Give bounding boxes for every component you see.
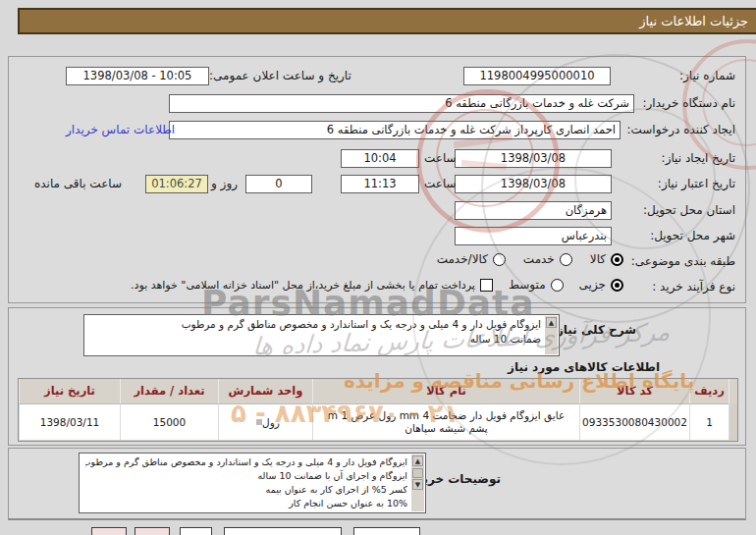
notes-scrollbar[interactable]: ▲ ▼ xyxy=(411,455,424,511)
category-radio-kala-khedmat[interactable] xyxy=(493,253,506,266)
remaining-days-field[interactable]: 0 xyxy=(245,175,312,193)
action-button-1[interactable] xyxy=(91,527,127,535)
need-info-panel: شماره نیاز: 1198004995000010 تاریخ و ساع… xyxy=(8,56,746,303)
remaining-time-field: 01:06:27 xyxy=(145,175,208,193)
cell-need-date: 1398/03/11 xyxy=(19,403,120,440)
category-option-kala[interactable]: کالا xyxy=(590,252,623,266)
city-label: شهر محل تحویل: xyxy=(650,229,735,242)
expire-date-field[interactable]: 1398/03/08 xyxy=(455,175,612,193)
buyer-contact-link[interactable]: اطلاعات تماس خریدار xyxy=(66,123,175,136)
page-title: جزئیات اطلاعات نیاز xyxy=(18,8,756,34)
table-scroll-track[interactable] xyxy=(729,379,737,403)
header-quantity: تعداد / مقدار xyxy=(120,379,218,403)
action-button-4[interactable] xyxy=(224,527,342,535)
province-label: استان محل تحویل: xyxy=(643,203,735,217)
buyer-notes-textarea[interactable]: ایزوگام فویل دار و 4 میلی و درجه یک و اس… xyxy=(79,453,426,513)
table-row: 1 0933530080430002 عایق ایزوگام فویل دار… xyxy=(19,403,737,440)
summary-textarea[interactable]: ایزوگام فویل دار و 4 میلی و درجه یک و اس… xyxy=(83,314,560,356)
category-option-kala-label: کالا xyxy=(590,252,606,266)
category-option-khedmat-label: خدمت xyxy=(523,252,555,266)
process-option-motevasset-label: متوسط xyxy=(509,278,546,292)
announce-label: تاریخ و ساعت اعلان عمومی: xyxy=(209,69,351,82)
expire-date-label: تاریخ اعتبار نیاز: xyxy=(658,177,735,190)
summary-line: ایزوگام فویل دار و 4 میلی و درجه یک و اس… xyxy=(90,317,541,332)
process-radio-jozii[interactable] xyxy=(611,279,623,292)
cell-row-no: 1 xyxy=(689,403,729,440)
category-options: کالا خدمت کالا/خدمت xyxy=(437,252,623,266)
expire-time-field[interactable]: 11:13 xyxy=(341,175,419,193)
treasury-option[interactable]: پرداخت تمام یا بخشی از مبلغ خرید،از محل … xyxy=(131,279,493,292)
cell-item-name: عایق ایزوگام فویل دار ضخامت 4 mm رول عرض… xyxy=(312,403,579,440)
buyer-note-line: ایزوگام و اجرای آن با ضمانت 10 ساله xyxy=(85,469,407,483)
items-panel: شرح کلی نیاز: ایزوگام فویل دار و 4 میلی … xyxy=(8,307,746,446)
buyer-org-field[interactable]: شرکت غله و خدمات بازرگانی منطقه 6 xyxy=(169,94,634,113)
need-details-page: { "header": { "title": "جزئیات اطلاعات ن… xyxy=(0,0,756,535)
process-options: جزیی متوسط پرداخت تمام یا بخشی از مبلغ خ… xyxy=(131,278,623,292)
header-item-name: نام کالا xyxy=(312,379,579,403)
buyer-org-label: نام دستگاه خریدار: xyxy=(643,96,736,110)
treasury-checkbox[interactable] xyxy=(480,279,493,292)
announce-field[interactable]: 1398/03/08 - 10:05 xyxy=(66,67,209,85)
category-radio-kala[interactable] xyxy=(611,253,623,266)
page-title-text: جزئیات اطلاعات نیاز xyxy=(639,14,748,28)
summary-label: شرح کلی نیاز: xyxy=(552,323,636,337)
expire-hour-label: ساعت xyxy=(424,177,457,190)
items-table-header: ردیف کد کالا نام کالا واحد شمارش تعداد /… xyxy=(19,379,737,403)
create-time-field[interactable]: 10:04 xyxy=(341,149,419,168)
buyer-note-line: کسر 5% از اجرای کار به عنوان بیمه xyxy=(85,483,407,497)
scroll-up-icon[interactable]: ▲ xyxy=(546,317,557,328)
header-unit: واحد شمارش xyxy=(218,379,312,403)
remaining-suffix-label: ساعت باقی مانده xyxy=(34,177,122,190)
header-need-date: تاریخ نیاز xyxy=(19,379,120,403)
items-table: ردیف کد کالا نام کالا واحد شمارش تعداد /… xyxy=(18,378,738,442)
buyer-note-line: 10% به عنوان حسن انجام کار xyxy=(85,497,407,510)
buyer-notes-panel: توضیحات خریدار: ایزوگام فویل دار و 4 میل… xyxy=(8,448,746,520)
action-button-5[interactable] xyxy=(353,527,420,535)
create-date-label: تاریخ ایجاد نیاز: xyxy=(662,151,735,165)
scroll-up-icon[interactable]: ▲ xyxy=(412,455,423,466)
category-radio-khedmat[interactable] xyxy=(560,253,572,266)
province-field[interactable]: هرمزگان xyxy=(455,201,612,220)
summary-scrollbar[interactable]: ▲ xyxy=(545,316,558,354)
buyer-note-line: ایزوگام فویل دار و 4 میلی و درجه یک و اس… xyxy=(85,455,407,469)
unit-marker-icon xyxy=(256,419,262,425)
create-hour-label: ساعت xyxy=(424,151,457,165)
category-option-kala-khedmat[interactable]: کالا/خدمت xyxy=(437,252,506,266)
remaining-days-label: روز و xyxy=(211,177,238,190)
treasury-note: پرداخت تمام یا بخشی از مبلغ خرید،از محل … xyxy=(131,279,475,292)
cell-unit: رول xyxy=(218,403,312,440)
table-scroll-track[interactable] xyxy=(729,403,737,440)
scroll-down-icon[interactable]: ▼ xyxy=(412,479,423,490)
process-radio-motevasset[interactable] xyxy=(551,279,564,292)
city-field[interactable]: بندرعباس xyxy=(455,227,612,245)
need-number-field[interactable]: 1198004995000010 xyxy=(463,67,611,85)
create-date-field[interactable]: 1398/03/08 xyxy=(455,149,612,168)
cell-quantity: 15000 xyxy=(120,403,218,440)
scrollbar-thumb[interactable] xyxy=(412,468,423,478)
requester-field[interactable]: احمد انصاری کارپرداز شرکت غله و خدمات با… xyxy=(169,121,621,139)
process-option-motevasset[interactable]: متوسط xyxy=(509,278,564,292)
category-option-khedmat[interactable]: خدمت xyxy=(523,252,572,266)
header-item-code: کد کالا xyxy=(579,379,689,403)
action-button-2[interactable] xyxy=(135,527,170,535)
process-option-jozii-label: جزیی xyxy=(579,278,606,292)
category-option-kala-khedmat-label: کالا/خدمت xyxy=(437,252,488,266)
summary-line: ضمانت 10 ساله xyxy=(90,332,541,347)
process-option-jozii[interactable]: جزیی xyxy=(579,278,623,292)
need-number-label: شماره نیاز: xyxy=(679,69,735,82)
process-label: نوع فرآیند خرید : xyxy=(652,280,735,294)
cell-item-code: 0933530080430002 xyxy=(579,403,689,440)
items-section-title: اطلاعات کالاهای مورد نیاز xyxy=(508,360,660,374)
action-button-3[interactable] xyxy=(180,527,212,535)
category-label: طبقه بندی موضوعی: xyxy=(631,254,735,268)
requester-label: ایجاد کننده درخواست: xyxy=(626,123,735,136)
header-row-no: ردیف xyxy=(689,379,729,403)
